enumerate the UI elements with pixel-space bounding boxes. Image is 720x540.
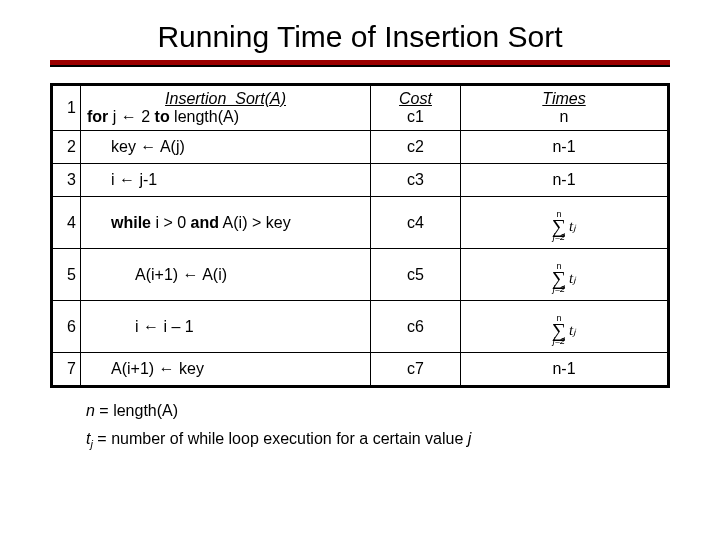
cost-cell: c2 xyxy=(371,131,461,164)
footnote-1: n = length(A) xyxy=(86,402,670,420)
table-row: 4 while i > 0 and A(i) > key c4 n ∑ j=2 … xyxy=(53,197,668,249)
algorithm-table-box: 1 Insertion_Sort(A) for j ← 2 to length(… xyxy=(50,83,670,388)
line-number: 3 xyxy=(53,164,81,197)
table-row: 3 i ← j-1 c3 n-1 xyxy=(53,164,668,197)
footnote-2-tail: j xyxy=(468,430,472,447)
code-cell: key ← A(j) xyxy=(81,131,371,164)
cost-cell: c5 xyxy=(371,249,461,301)
table-row: 5 A(i+1) ← A(i) c5 n ∑ j=2 tⱼ xyxy=(53,249,668,301)
line-number: 7 xyxy=(53,353,81,386)
footnote-1-text: = length(A) xyxy=(95,402,178,419)
times-cell: n-1 xyxy=(461,164,668,197)
line-number: 6 xyxy=(53,301,81,353)
cost-cell: c3 xyxy=(371,164,461,197)
slide: Running Time of Insertion Sort 1 Inserti… xyxy=(0,0,720,450)
times-cell: n ∑ j=2 tⱼ xyxy=(461,301,668,353)
cost-cell: c6 xyxy=(371,301,461,353)
times-cell: n ∑ j=2 tⱼ xyxy=(461,197,668,249)
line-number: 4 xyxy=(53,197,81,249)
code-cell: i ← j-1 xyxy=(81,164,371,197)
summation: n ∑ j=2 tⱼ xyxy=(552,312,576,348)
table-row: 1 Insertion_Sort(A) for j ← 2 to length(… xyxy=(53,86,668,131)
cost-cell: c4 xyxy=(371,197,461,249)
code-cell: A(i+1) ← key xyxy=(81,353,371,386)
footnote-2: tj = number of while loop execution for … xyxy=(86,430,670,450)
times-cell: n-1 xyxy=(461,131,668,164)
title-underline xyxy=(50,60,670,67)
footnote-2-text: = number of while loop execution for a c… xyxy=(93,430,468,447)
table-row: 7 A(i+1) ← key c7 n-1 xyxy=(53,353,668,386)
summation: n ∑ j=2 tⱼ xyxy=(552,208,576,244)
footnote-1-var: n xyxy=(86,402,95,419)
algorithm-table: 1 Insertion_Sort(A) for j ← 2 to length(… xyxy=(52,85,668,386)
summation: n ∑ j=2 tⱼ xyxy=(552,260,576,296)
cost-cell: c7 xyxy=(371,353,461,386)
cost-cell: Costc1 xyxy=(371,86,461,131)
code-cell: A(i+1) ← A(i) xyxy=(81,249,371,301)
table-row: 2 key ← A(j) c2 n-1 xyxy=(53,131,668,164)
times-cell: n ∑ j=2 tⱼ xyxy=(461,249,668,301)
slide-title: Running Time of Insertion Sort xyxy=(50,20,670,54)
code-cell: while i > 0 and A(i) > key xyxy=(81,197,371,249)
line-number: 1 xyxy=(53,86,81,131)
table-row: 6 i ← i – 1 c6 n ∑ j=2 tⱼ xyxy=(53,301,668,353)
code-cell: i ← i – 1 xyxy=(81,301,371,353)
footnotes: n = length(A) tj = number of while loop … xyxy=(50,402,670,450)
code-cell: Insertion_Sort(A) for j ← 2 to length(A) xyxy=(81,86,371,131)
times-cell: n-1 xyxy=(461,353,668,386)
line-number: 2 xyxy=(53,131,81,164)
line-number: 5 xyxy=(53,249,81,301)
times-cell: Timesn xyxy=(461,86,668,131)
